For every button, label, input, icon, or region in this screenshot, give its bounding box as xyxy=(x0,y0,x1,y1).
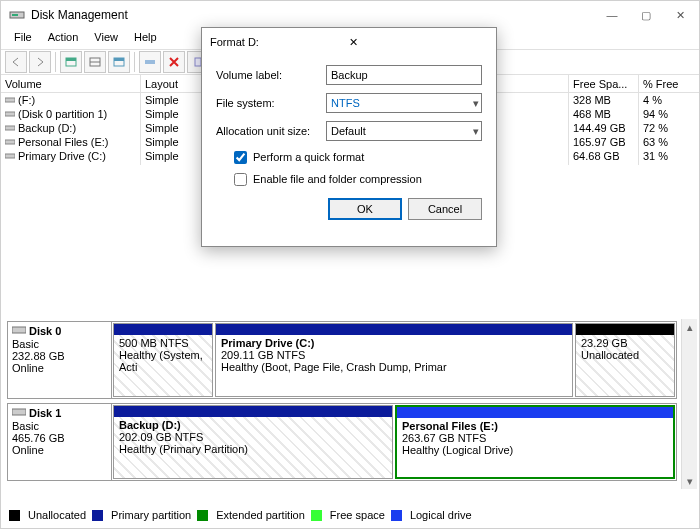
legend-swatch-freespace xyxy=(311,510,322,521)
cell: Simple xyxy=(141,135,205,149)
delete-button[interactable] xyxy=(163,51,185,73)
cell: 144.49 GB xyxy=(569,121,638,135)
ok-button[interactable]: OK xyxy=(328,198,402,220)
svg-rect-8 xyxy=(145,60,155,64)
maximize-button[interactable]: ▢ xyxy=(629,4,663,26)
partition-selected[interactable]: Personal Files (E:)263.67 GB NTFSHealthy… xyxy=(395,405,675,479)
volume-row[interactable]: (F:) xyxy=(1,93,140,107)
quick-format-label: Perform a quick format xyxy=(253,151,364,163)
disk-graphical-view: ▴ ▾ Disk 0 Basic 232.88 GB Online 500 MB… xyxy=(1,319,699,489)
cell: 64.68 GB xyxy=(569,149,638,163)
app-icon xyxy=(9,7,25,23)
cell: 165.97 GB xyxy=(569,135,638,149)
cell: Simple xyxy=(141,121,205,135)
partition[interactable]: 500 MB NTFSHealthy (System, Acti xyxy=(113,323,213,397)
drive-icon xyxy=(5,137,15,147)
scroll-down-icon[interactable]: ▾ xyxy=(682,473,697,489)
svg-rect-11 xyxy=(5,112,15,116)
partition-color xyxy=(114,324,212,335)
drive-icon xyxy=(5,151,15,161)
volume-row[interactable]: Personal Files (E:) xyxy=(1,135,140,149)
cell: 63 % xyxy=(639,135,699,149)
tool-button-2[interactable] xyxy=(84,51,106,73)
file-system-select[interactable]: NTFS xyxy=(326,93,482,113)
minimize-button[interactable]: — xyxy=(595,4,629,26)
legend-swatch-primary xyxy=(92,510,103,521)
tool-button-1[interactable] xyxy=(60,51,82,73)
close-button[interactable]: ✕ xyxy=(663,4,697,26)
svg-rect-7 xyxy=(114,58,124,61)
drive-icon xyxy=(5,95,15,105)
svg-rect-13 xyxy=(5,140,15,144)
cell: 72 % xyxy=(639,121,699,135)
cell: 31 % xyxy=(639,149,699,163)
svg-rect-3 xyxy=(66,58,76,61)
svg-rect-15 xyxy=(12,327,26,333)
partition-color xyxy=(114,406,392,417)
partition-color xyxy=(397,407,673,418)
partition-color xyxy=(576,324,674,335)
menu-file[interactable]: File xyxy=(7,29,39,49)
cell: Simple xyxy=(141,149,205,163)
menu-help[interactable]: Help xyxy=(127,29,164,49)
col-header-free[interactable]: Free Spa... xyxy=(569,75,638,93)
properties-button[interactable] xyxy=(139,51,161,73)
volume-label-input[interactable] xyxy=(326,65,482,85)
format-dialog: Format D: ✕ Volume label: File system: N… xyxy=(201,27,497,247)
partition[interactable]: Backup (D:)202.09 GB NTFSHealthy (Primar… xyxy=(113,405,393,479)
window-title: Disk Management xyxy=(31,8,595,22)
cell: Simple xyxy=(141,93,205,107)
legend-swatch-logical xyxy=(391,510,402,521)
cell: Simple xyxy=(141,107,205,121)
menu-view[interactable]: View xyxy=(87,29,125,49)
partition[interactable]: Primary Drive (C:)209.11 GB NTFSHealthy … xyxy=(215,323,573,397)
cell: 4 % xyxy=(639,93,699,107)
col-header-volume[interactable]: Volume xyxy=(1,75,140,93)
quick-format-checkbox[interactable] xyxy=(234,151,247,164)
col-header-layout[interactable]: Layout xyxy=(141,75,205,93)
volume-row[interactable]: Backup (D:) xyxy=(1,121,140,135)
legend: Unallocated Primary partition Extended p… xyxy=(9,506,699,524)
cell: 94 % xyxy=(639,107,699,121)
svg-rect-1 xyxy=(12,14,18,16)
menu-action[interactable]: Action xyxy=(41,29,86,49)
disk-icon xyxy=(12,406,26,420)
scrollbar[interactable]: ▴ ▾ xyxy=(681,319,697,489)
legend-swatch-extended xyxy=(197,510,208,521)
cell: 328 MB xyxy=(569,93,638,107)
volume-row[interactable]: (Disk 0 partition 1) xyxy=(1,107,140,121)
volume-row[interactable]: Primary Drive (C:) xyxy=(1,149,140,163)
cell: 468 MB xyxy=(569,107,638,121)
disk-info[interactable]: Disk 1 Basic 465.76 GB Online xyxy=(8,404,112,480)
disk-row-1: Disk 1 Basic 465.76 GB Online Backup (D:… xyxy=(7,403,677,481)
file-system-label: File system: xyxy=(216,97,326,109)
disk-row-0: Disk 0 Basic 232.88 GB Online 500 MB NTF… xyxy=(7,321,677,399)
col-header-pctfree[interactable]: % Free xyxy=(639,75,699,93)
svg-rect-14 xyxy=(5,154,15,158)
svg-rect-10 xyxy=(5,98,15,102)
partition[interactable]: 23.29 GBUnallocated xyxy=(575,323,675,397)
dialog-title: Format D: xyxy=(210,36,349,48)
volume-label-label: Volume label: xyxy=(216,69,326,81)
allocation-unit-label: Allocation unit size: xyxy=(216,125,326,137)
dialog-close-button[interactable]: ✕ xyxy=(349,36,488,49)
back-button[interactable] xyxy=(5,51,27,73)
partition-color xyxy=(216,324,572,335)
drive-icon xyxy=(5,109,15,119)
disk-management-window: Disk Management — ▢ ✕ File Action View H… xyxy=(0,0,700,529)
svg-rect-16 xyxy=(12,409,26,415)
compression-label: Enable file and folder compression xyxy=(253,173,422,185)
cancel-button[interactable]: Cancel xyxy=(408,198,482,220)
titlebar: Disk Management — ▢ ✕ xyxy=(1,1,699,29)
compression-checkbox[interactable] xyxy=(234,173,247,186)
scroll-up-icon[interactable]: ▴ xyxy=(682,319,697,335)
allocation-unit-select[interactable]: Default xyxy=(326,121,482,141)
forward-button[interactable] xyxy=(29,51,51,73)
disk-icon xyxy=(12,324,26,338)
legend-swatch-unallocated xyxy=(9,510,20,521)
refresh-button[interactable] xyxy=(108,51,130,73)
disk-info[interactable]: Disk 0 Basic 232.88 GB Online xyxy=(8,322,112,398)
drive-icon xyxy=(5,123,15,133)
svg-rect-12 xyxy=(5,126,15,130)
